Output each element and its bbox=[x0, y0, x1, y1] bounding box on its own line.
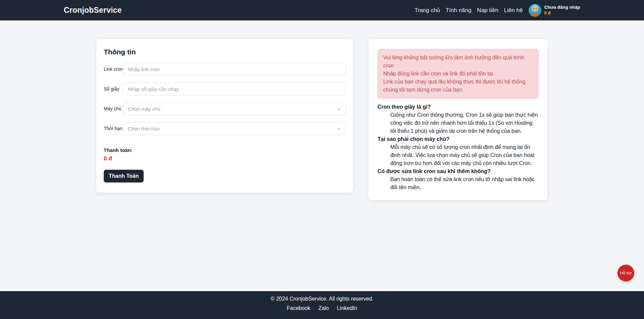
link-cron-label: Link cron bbox=[104, 66, 123, 72]
main-content: Thông tin Link cron Số giây Máy chủ Chọn… bbox=[0, 20, 644, 291]
footer-link-zalo[interactable]: Zalo bbox=[318, 305, 329, 311]
server-select[interactable]: Chọn máy chủ bbox=[123, 102, 346, 115]
faq-list: Cron theo giây là gì? Giống như Cron thô… bbox=[378, 103, 539, 192]
navbar-right: Trang chủ Tính năng Nạp tiền Liên hệ Chư… bbox=[414, 4, 580, 17]
cron-form-card: Thông tin Link cron Số giây Máy chủ Chọn… bbox=[96, 39, 353, 193]
footer-link-facebook[interactable]: Facebook bbox=[287, 305, 310, 311]
form-row-seconds: Số giây bbox=[104, 83, 346, 96]
faq-question: Cron theo giây là gì? bbox=[378, 103, 539, 111]
warning-alert: Vui lòng không bật tường lửa làm ảnh hưở… bbox=[378, 49, 539, 99]
top-navbar: CronjobService Trang chủ Tính năng Nạp t… bbox=[0, 0, 644, 20]
form-row-server: Máy chủ Chọn máy chủ bbox=[104, 102, 346, 115]
server-select-wrap: Chọn máy chủ bbox=[123, 102, 346, 115]
user-meta: Chưa đăng nhập 0 đ bbox=[544, 5, 580, 16]
form-card-title: Thông tin bbox=[104, 48, 346, 56]
footer-links: Facebook Zalo LinkedIn bbox=[0, 305, 644, 311]
faq-answer: Mỗi máy chủ sẽ có số lượng cron nhất địn… bbox=[390, 143, 539, 167]
balance-amount: 0 đ bbox=[544, 10, 580, 16]
brand-logo[interactable]: CronjobService bbox=[64, 6, 122, 15]
user-box[interactable]: Chưa đăng nhập 0 đ bbox=[529, 4, 580, 17]
faq-question: Tại sao phải chọn máy chủ? bbox=[378, 135, 539, 143]
seconds-input[interactable] bbox=[123, 83, 346, 96]
pay-button[interactable]: Thanh Toán bbox=[104, 170, 144, 182]
duration-select-wrap: Chọn thời hạn bbox=[123, 122, 346, 135]
alert-line: Nhập đúng link cần cron và link đó phải … bbox=[383, 70, 533, 78]
seconds-label: Số giây bbox=[104, 86, 123, 92]
nav-item-features[interactable]: Tính năng bbox=[446, 5, 472, 15]
faq-answer: Bạn hoàn toàn có thể sửa link cron nếu l… bbox=[390, 175, 539, 192]
faq-question: Có được sửa link cron sau khi thêm không… bbox=[378, 167, 539, 175]
form-row-link-cron: Link cron bbox=[104, 63, 346, 76]
avatar-illustration bbox=[529, 4, 541, 17]
nav-item-home[interactable]: Trang chủ bbox=[414, 5, 440, 15]
server-label: Máy chủ bbox=[104, 106, 123, 112]
login-status: Chưa đăng nhập bbox=[544, 5, 580, 10]
duration-label: Thời hạn bbox=[104, 126, 123, 131]
page-footer: © 2024 CronjobService. All rights reserv… bbox=[0, 291, 644, 319]
support-button[interactable]: Hỗ trợ bbox=[617, 265, 634, 281]
form-row-duration: Thời hạn Chọn thời hạn bbox=[104, 122, 346, 135]
info-card: Vui lòng không bật tường lửa làm ảnh hưở… bbox=[368, 39, 548, 200]
payment-label: Thanh toán: bbox=[104, 147, 346, 153]
nav-links: Trang chủ Tính năng Nạp tiền Liên hệ bbox=[414, 7, 523, 14]
payment-amount: 0 đ bbox=[104, 155, 346, 162]
alert-line: Link của bạn chạy quá lâu không thực thi… bbox=[383, 78, 533, 94]
nav-item-topup[interactable]: Nạp tiền bbox=[477, 5, 498, 15]
duration-select[interactable]: Chọn thời hạn bbox=[123, 122, 346, 135]
nav-item-contact[interactable]: Liên hệ bbox=[504, 5, 523, 15]
faq-answer: Giống như Cron thông thường, Cron 1s sẽ … bbox=[390, 111, 539, 135]
content-row: Thông tin Link cron Số giây Máy chủ Chọn… bbox=[96, 39, 548, 200]
user-avatar[interactable] bbox=[529, 4, 541, 17]
link-cron-input[interactable] bbox=[123, 63, 346, 76]
copyright-text: © 2024 CronjobService. All rights reserv… bbox=[0, 296, 644, 302]
footer-link-linkedin[interactable]: LinkedIn bbox=[337, 305, 357, 311]
alert-line: Vui lòng không bật tường lửa làm ảnh hưở… bbox=[383, 54, 533, 70]
